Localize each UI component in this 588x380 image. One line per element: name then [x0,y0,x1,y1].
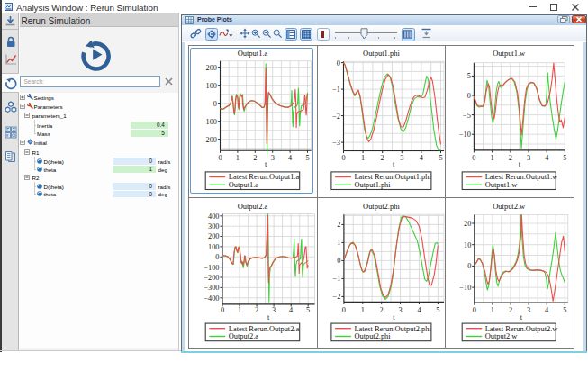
svg-text:2: 2 [509,154,512,162]
svg-text:Latest Rerun.Output2.w: Latest Rerun.Output2.w [485,324,559,332]
svg-text:Output1.a: Output1.a [228,182,258,190]
svg-text:Output1.w: Output1.w [493,49,526,58]
svg-text:Output2.phi: Output2.phi [354,332,391,340]
svg-text:200: 200 [208,232,219,240]
svg-text:−200: −200 [201,136,216,144]
svg-text:0: 0 [215,253,219,261]
svg-text:Latest Rerun.Output2.phi: Latest Rerun.Output2.phi [354,324,431,332]
svg-text:Latest Rerun.Output1.w: Latest Rerun.Output1.w [485,174,559,182]
svg-text:5: 5 [306,305,310,313]
svg-text:3: 3 [527,305,530,313]
svg-text:−400: −400 [204,294,219,302]
svg-text:5: 5 [436,305,439,313]
svg-text:1: 1 [491,154,494,162]
svg-text:10: 10 [464,240,471,249]
svg-text:−100: −100 [204,263,219,271]
svg-text:0: 0 [467,262,471,270]
svg-text:−200: −200 [204,274,219,282]
svg-text:−300: −300 [204,284,219,292]
svg-text:5: 5 [439,155,442,163]
svg-text:0: 0 [336,59,339,68]
svg-text:Latest Rerun.Output2.a: Latest Rerun.Output2.a [228,324,299,332]
svg-text:Output2.w: Output2.w [493,202,526,211]
svg-text:2: 2 [509,305,512,313]
svg-text:3: 3 [527,154,530,162]
svg-text:0: 0 [473,154,476,162]
svg-text:2: 2 [255,305,258,313]
svg-text:0: 0 [341,155,345,163]
svg-text:Output2.phi: Output2.phi [363,202,400,211]
svg-text:400: 400 [208,212,219,220]
svg-text:4: 4 [545,305,549,313]
svg-text:3: 3 [270,154,274,162]
svg-text:200: 200 [205,64,216,72]
svg-text:Output1.phi: Output1.phi [354,182,391,190]
svg-text:Output2.a: Output2.a [237,202,267,211]
svg-text:0: 0 [213,100,216,108]
svg-text:−2: −2 [332,293,340,301]
svg-text:Output1.a: Output1.a [237,49,267,58]
svg-text:1: 1 [360,305,364,313]
svg-text:3: 3 [398,305,402,313]
svg-text:−1: −1 [332,86,340,94]
svg-text:t: t [264,160,267,168]
svg-text:4: 4 [545,154,549,162]
svg-text:1: 1 [235,154,239,162]
svg-text:1: 1 [237,305,240,313]
svg-text:4: 4 [419,155,423,163]
svg-text:20: 20 [464,220,471,228]
svg-text:5: 5 [467,73,471,81]
svg-text:−1: −1 [332,275,340,283]
svg-text:Output1.w: Output1.w [485,182,519,190]
svg-text:0: 0 [341,305,345,313]
svg-text:Output1.phi: Output1.phi [363,50,400,59]
svg-text:t: t [519,160,521,168]
svg-text:t: t [393,160,395,168]
svg-text:0: 0 [218,154,222,162]
svg-text:2: 2 [253,154,257,162]
svg-text:5: 5 [564,154,567,162]
svg-text:300: 300 [208,222,219,231]
svg-text:1: 1 [361,155,365,163]
svg-text:3: 3 [400,155,403,163]
svg-text:−10: −10 [459,131,471,139]
svg-text:t: t [267,313,270,321]
svg-text:t: t [520,313,523,321]
svg-text:4: 4 [417,305,421,313]
svg-text:100: 100 [208,242,219,250]
svg-text:Output2.a: Output2.a [228,332,258,340]
svg-text:1: 1 [491,305,494,313]
svg-text:4: 4 [289,305,294,313]
svg-text:t: t [393,313,395,321]
svg-text:Latest Rerun.Output1.a: Latest Rerun.Output1.a [228,174,299,182]
svg-text:−10: −10 [460,284,472,292]
svg-text:2: 2 [380,155,384,163]
svg-text:0: 0 [220,305,223,313]
svg-text:0: 0 [337,257,340,265]
svg-text:4: 4 [288,154,293,162]
svg-text:Latest Rerun.Output1.phi: Latest Rerun.Output1.phi [354,174,431,182]
svg-text:−100: −100 [201,118,216,126]
svg-text:−2: −2 [332,113,340,121]
svg-text:Output2.w: Output2.w [485,332,519,340]
svg-text:2: 2 [337,221,340,229]
svg-text:2: 2 [379,305,383,313]
svg-text:3: 3 [272,305,276,313]
svg-text:5: 5 [563,305,566,313]
svg-text:−5: −5 [463,112,471,120]
svg-text:0: 0 [473,305,476,313]
svg-text:−3: −3 [332,139,340,147]
svg-text:100: 100 [205,82,216,90]
svg-text:5: 5 [305,154,309,162]
svg-text:0: 0 [467,92,471,100]
svg-text:1: 1 [337,239,340,247]
